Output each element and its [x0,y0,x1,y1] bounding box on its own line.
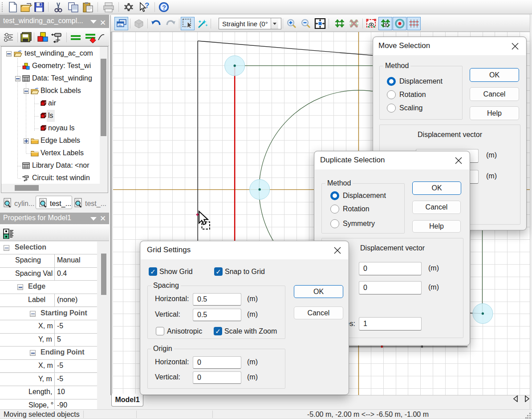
svg-text:?: ? [162,4,166,11]
svg-text:?: ? [145,1,149,10]
